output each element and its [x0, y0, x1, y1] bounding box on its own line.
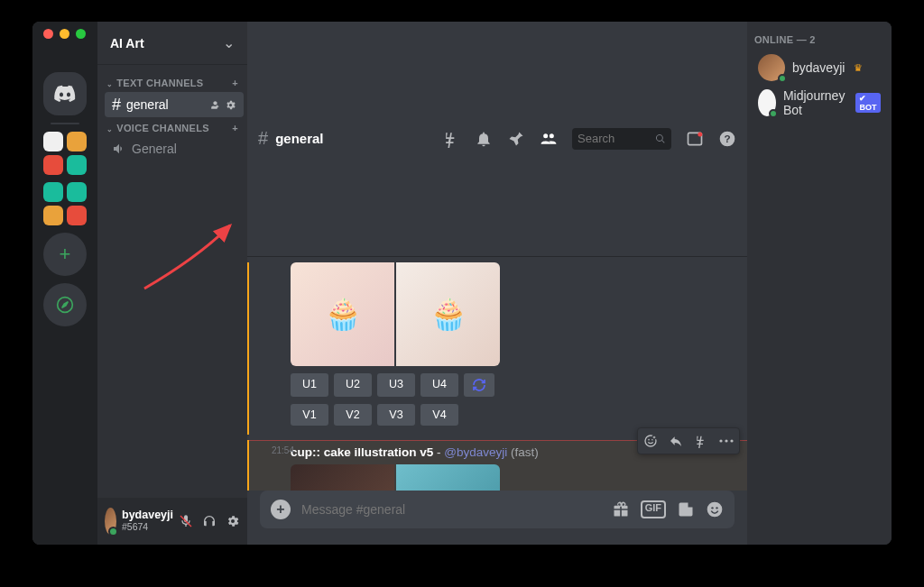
more-icon[interactable]	[714, 428, 739, 454]
svg-point-16	[716, 507, 717, 509]
server-folder[interactable]	[43, 132, 87, 175]
svg-marker-1	[62, 302, 69, 308]
svg-point-15	[711, 507, 713, 509]
channel-label: general	[126, 97, 169, 112]
image-grid[interactable]: 🧁 🧁 🧁 🧁	[291, 464, 500, 491]
svg-point-12	[725, 439, 727, 442]
user-tag: #5674	[122, 522, 173, 533]
avatar[interactable]	[105, 508, 116, 535]
message-input[interactable]	[301, 502, 601, 517]
chevron-down-icon[interactable]: ⌄	[223, 34, 235, 51]
reply-icon[interactable]	[663, 428, 688, 454]
variation-row: V1 V2 V3 V4	[291, 404, 736, 426]
settings-gear-icon[interactable]	[226, 514, 240, 528]
v4-button[interactable]: V4	[420, 404, 458, 426]
timestamp: 21:54	[258, 445, 294, 455]
server-name[interactable]: AI Art	[110, 36, 144, 50]
members-heading: ONLINE — 2	[754, 34, 884, 45]
mute-icon[interactable]	[179, 514, 193, 528]
u4-button[interactable]: U4	[420, 373, 458, 397]
channel-title: general	[275, 131, 435, 146]
folder-server	[43, 155, 63, 175]
hash-icon: #	[112, 96, 121, 113]
channel-label: General	[132, 142, 177, 156]
folder-server	[67, 182, 87, 202]
folder-server	[67, 206, 87, 225]
headphones-icon[interactable]	[202, 514, 217, 528]
pinned-icon[interactable]	[507, 130, 525, 148]
search-icon	[655, 133, 666, 145]
username: bydaveyji	[122, 509, 173, 522]
member-item[interactable]: bydaveyji ♛	[754, 50, 884, 85]
v1-button[interactable]: V1	[291, 404, 328, 426]
voice-channel-general[interactable]: General	[105, 137, 244, 161]
add-reaction-icon[interactable]	[638, 428, 663, 454]
svg-point-8	[648, 438, 650, 440]
category-label: TEXT CHANNELS	[116, 78, 203, 88]
help-icon[interactable]: ?	[718, 130, 736, 148]
emoji-icon[interactable]	[706, 500, 724, 518]
reroll-button[interactable]	[464, 373, 494, 397]
svg-point-13	[730, 439, 733, 442]
avatar	[758, 54, 785, 81]
svg-text:?: ?	[724, 133, 730, 144]
notifications-icon[interactable]	[475, 130, 493, 148]
folder-server	[67, 132, 87, 151]
channel-item-general[interactable]: # general	[105, 92, 244, 117]
upscale-row: U1 U2 U3 U4	[291, 373, 736, 397]
channel-category[interactable]: ⌄TEXT CHANNELS +	[105, 72, 244, 92]
close-window[interactable]	[43, 29, 53, 39]
user-panel: bydaveyji #5674	[97, 498, 247, 545]
member-list-icon[interactable]	[540, 130, 558, 148]
explore-servers-button[interactable]	[43, 283, 87, 326]
user-mention[interactable]: @bydaveyji	[444, 445, 507, 459]
v3-button[interactable]: V3	[377, 404, 415, 426]
discord-window: + AI Art ⌄ ⌄TEXT CHANNELS + # general	[32, 22, 892, 545]
member-name: bydaveyji	[792, 60, 845, 75]
add-server-button[interactable]: +	[43, 233, 87, 276]
folder-server	[67, 155, 87, 175]
chat-area: # general ?	[247, 22, 747, 545]
home-button[interactable]	[43, 72, 87, 115]
avatar	[758, 89, 776, 116]
server-folder[interactable]	[43, 182, 87, 225]
add-channel-icon[interactable]: +	[232, 78, 238, 88]
folder-server	[43, 132, 63, 151]
v2-button[interactable]: V2	[334, 404, 372, 426]
image-thumb: 🧁	[291, 464, 394, 491]
u3-button[interactable]: U3	[377, 373, 415, 397]
search-field[interactable]	[578, 132, 651, 145]
image-thumb: 🧁	[396, 464, 500, 491]
member-list: ONLINE — 2 bydaveyji ♛ Midjourney Bot ✔ …	[747, 22, 892, 545]
member-name: Midjourney Bot	[783, 88, 845, 117]
svg-point-4	[698, 132, 702, 136]
gift-icon[interactable]	[612, 500, 630, 518]
inbox-icon[interactable]	[686, 130, 704, 148]
search-input[interactable]	[572, 128, 671, 150]
create-invite-icon[interactable]	[209, 99, 221, 111]
gear-icon[interactable]	[225, 99, 236, 111]
maximize-window[interactable]	[76, 29, 86, 39]
attach-button[interactable]: +	[271, 500, 291, 519]
message: 21:54 cup:: cake illustration v5 - @byda…	[247, 440, 747, 491]
message: 🧁 🧁 U1 U2 U3 U4 V1	[247, 262, 747, 435]
crown-icon: ♛	[854, 62, 863, 74]
folder-server	[43, 206, 63, 225]
bot-badge: ✔ BOT	[855, 93, 881, 113]
message-hover-actions	[637, 427, 740, 454]
minimize-window[interactable]	[60, 29, 69, 39]
category-label: VOICE CHANNELS	[116, 123, 209, 133]
create-thread-icon[interactable]	[688, 428, 714, 454]
add-channel-icon[interactable]: +	[232, 123, 238, 133]
u1-button[interactable]: U1	[291, 373, 328, 397]
image-grid[interactable]: 🧁 🧁	[291, 262, 500, 366]
sticker-icon[interactable]	[677, 500, 695, 518]
gif-icon[interactable]: GIF	[641, 500, 666, 518]
channel-category[interactable]: ⌄VOICE CHANNELS +	[105, 117, 244, 137]
hash-icon: #	[258, 128, 268, 149]
threads-icon[interactable]	[442, 130, 460, 148]
image-thumb: 🧁	[291, 262, 394, 366]
u2-button[interactable]: U2	[334, 373, 372, 397]
message-composer[interactable]: + GIF	[260, 491, 735, 528]
member-item[interactable]: Midjourney Bot ✔ BOT	[754, 85, 884, 121]
